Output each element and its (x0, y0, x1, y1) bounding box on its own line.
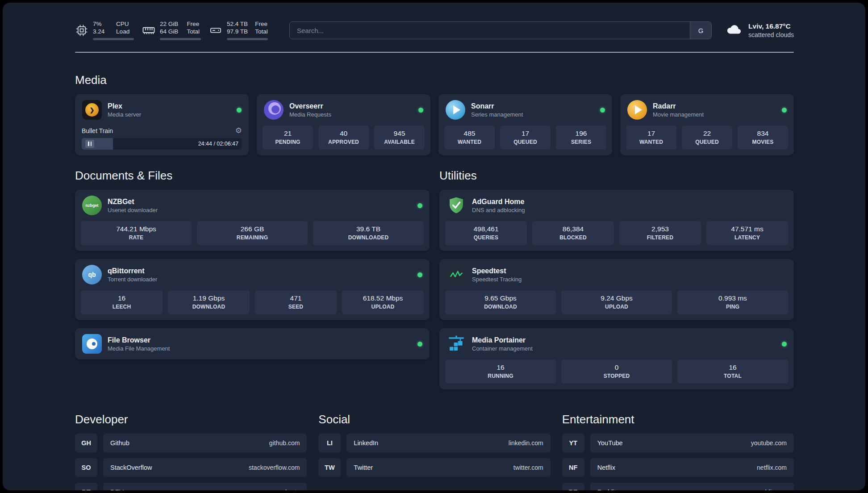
stat-value: 0.993 ms (679, 294, 786, 302)
bookmark-reddit[interactable]: RE Reddit reddit.com (562, 483, 794, 490)
app-desc: Torrent downloader (108, 276, 157, 283)
overseerr-icon (264, 100, 284, 120)
bookmark-link[interactable]: Github github.com (103, 434, 307, 452)
bookmark-name: Github (110, 439, 129, 447)
stat-value: 0 (563, 363, 670, 372)
cpu-progress-bar (93, 38, 134, 40)
section-media: Media ❯ Plex Media server Bullet Train ⚙ (75, 73, 794, 155)
bookmark-abbr[interactable]: GH (75, 434, 97, 452)
bookmark-link[interactable]: LinkedIn linkedin.com (346, 434, 550, 452)
stat-download: 1.19 Gbps DOWNLOAD (168, 290, 250, 314)
stat-rate: 744.21 Mbps RATE (81, 221, 192, 245)
bookmark-abbr[interactable]: RE (562, 483, 584, 490)
stat-label: DOWNLOAD (447, 304, 554, 310)
bookmark-stackoverflow[interactable]: SO StackOverflow stackoverflow.com (75, 458, 307, 477)
stat-value: 498,461 (447, 225, 525, 233)
stat-upload: 618.52 Mbps UPLOAD (342, 290, 424, 314)
bookmark-abbr[interactable]: NF (562, 458, 584, 477)
stat-label: RATE (83, 234, 190, 241)
stat-value: 16 (447, 363, 554, 372)
bookmark-link[interactable]: YouTube youtube.com (590, 434, 794, 452)
bookmark-name: StackOverflow (110, 464, 152, 471)
section-social: Social LI LinkedIn linkedin.com TW Twitt… (318, 413, 550, 490)
app-desc: Usenet downloader (108, 207, 158, 213)
bookmark-dev[interactable]: DT DEV dev.to (75, 483, 307, 490)
bookmark-github[interactable]: GH Github github.com (75, 434, 307, 452)
stat-value: 618.52 Mbps (344, 294, 422, 302)
utilities-cards: AdGuard Home DNS and adblocking 498,461 … (439, 190, 794, 389)
cpu-label-2: Load (116, 28, 134, 35)
radarr-card[interactable]: Radarr Movie management 17 WANTED 22 QUE… (620, 94, 794, 155)
bookmark-link[interactable]: Twitter twitter.com (346, 458, 550, 477)
status-dot (417, 203, 422, 208)
bookmark-link[interactable]: Reddit reddit.com (590, 483, 794, 490)
bookmark-netflix[interactable]: NF Netflix netflix.com (562, 458, 794, 477)
cpu-load: 3.24 (93, 28, 109, 35)
bookmark-linkedin[interactable]: LI LinkedIn linkedin.com (318, 434, 550, 452)
gear-icon[interactable]: ⚙ (235, 127, 242, 134)
disk-free-value: 52.4 TB (227, 21, 248, 27)
app-desc: Media File Management (108, 345, 170, 352)
app-desc: Series management (471, 111, 523, 118)
bookmark-name: Netflix (597, 464, 615, 471)
stat-value: 86,384 (534, 225, 612, 233)
stat-label: PENDING (264, 139, 311, 145)
bookmark-name: Twitter (354, 464, 373, 471)
middle-columns: Documents & Files nzbget NZBGet Usenet d… (75, 169, 794, 389)
stat-label: FILTERED (621, 234, 699, 241)
bookmark-abbr[interactable]: DT (75, 483, 97, 490)
stat-label: DOWNLOAD (170, 304, 248, 310)
bookmark-twitter[interactable]: TW Twitter twitter.com (318, 458, 550, 477)
plex-card[interactable]: ❯ Plex Media server Bullet Train ⚙ (75, 94, 249, 155)
bookmark-link[interactable]: DEV dev.to (103, 483, 307, 490)
stat-value: 834 (739, 130, 786, 138)
stat-leech: 16 LEECH (81, 290, 163, 314)
stat-approved: 40 APPROVED (318, 125, 369, 150)
bookmark-abbr[interactable]: LI (318, 434, 341, 452)
pause-icon (91, 142, 92, 146)
plex-seek-bar[interactable]: 24:44 / 02:06:47 (82, 138, 242, 150)
app-desc: Media Requests (289, 111, 331, 118)
bookmark-abbr[interactable]: YT (562, 434, 584, 452)
stat-remaining: 266 GB REMAINING (197, 221, 308, 245)
bookmark-youtube[interactable]: YT YouTube youtube.com (562, 434, 794, 452)
search-engine-button[interactable]: G (690, 22, 711, 39)
search-input[interactable] (290, 22, 690, 39)
bookmark-link[interactable]: StackOverflow stackoverflow.com (103, 458, 307, 477)
app-name: Media Portainer (472, 336, 533, 344)
overseerr-card[interactable]: Overseerr Media Requests 21 PENDING 40 A… (257, 94, 430, 155)
nzbget-icon: nzbget (82, 196, 102, 215)
bookmark-link[interactable]: Netflix netflix.com (590, 458, 794, 477)
bookmark-url: netflix.com (757, 464, 787, 471)
app-name: File Browser (108, 336, 170, 344)
nzbget-card[interactable]: nzbget NZBGet Usenet downloader 744.21 M… (75, 190, 430, 251)
nzbget-icon-text: nzbget (86, 203, 99, 208)
stat-value: 40 (320, 130, 367, 138)
overseerr-stats: 21 PENDING 40 APPROVED 945 AVAILABLE (257, 125, 430, 155)
pause-button[interactable] (85, 140, 94, 148)
qbittorrent-card[interactable]: qb qBittorrent Torrent downloader 16 LEE… (75, 259, 430, 320)
speedtest-stats: 9.65 Gbps DOWNLOAD 9.24 Gbps UPLOAD 0.99… (439, 290, 794, 320)
filebrowser-card[interactable]: File Browser Media File Management (75, 328, 430, 359)
bookmark-url: linkedin.com (509, 439, 543, 447)
app-name: Speedtest (472, 267, 522, 275)
stat-label: SEED (257, 304, 335, 310)
speedtest-card[interactable]: Speedtest Speedtest Tracking 9.65 Gbps D… (439, 259, 794, 320)
stat-value: 16 (83, 294, 161, 302)
bookmark-abbr[interactable]: SO (75, 458, 97, 477)
stat-value: 22 (684, 130, 730, 138)
qbittorrent-meta: qBittorrent Torrent downloader (108, 267, 157, 283)
stat-value: 17 (502, 130, 549, 138)
stat-available: 945 AVAILABLE (374, 125, 425, 150)
stat-label: WANTED (628, 139, 675, 145)
section-documents: Documents & Files nzbget NZBGet Usenet d… (75, 169, 430, 389)
bookmark-abbr[interactable]: TW (318, 458, 341, 477)
portainer-card[interactable]: Media Portainer Container management 16 … (439, 328, 794, 389)
adguard-card[interactable]: AdGuard Home DNS and adblocking 498,461 … (439, 190, 794, 251)
ram-free-value: 22 GiB (160, 21, 179, 27)
weather-widget: Lviv, 16.87°C scattered clouds (725, 21, 794, 40)
plex-chevron-icon: ❯ (85, 103, 99, 117)
app-desc: Movie management (653, 111, 704, 118)
app-name: Overseerr (289, 102, 331, 110)
sonarr-card[interactable]: Sonarr Series management 485 WANTED 17 Q… (438, 94, 612, 155)
